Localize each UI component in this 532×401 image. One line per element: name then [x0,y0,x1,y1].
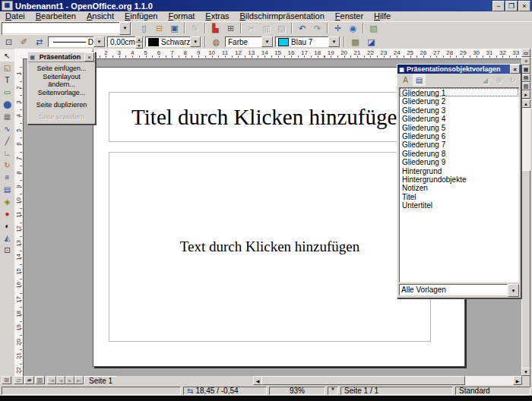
shadow-icon[interactable]: ▩ [348,36,363,49]
connector-tool-icon[interactable]: ∟ [0,147,14,159]
paste-icon[interactable]: ▨ [274,22,289,35]
style-item-gliederung-7[interactable]: Gliederung 7 [400,140,518,148]
menu-datei[interactable]: Datei [0,11,30,21]
url-combobox[interactable]: ▼ [2,22,131,35]
fill-bucket-icon[interactable]: ◍ [209,36,223,49]
menu-fenster[interactable]: Fenster [330,11,369,21]
select-tool-icon[interactable]: ↖ [0,49,14,62]
prev-page-icon[interactable]: ◀ [56,376,65,384]
copy-icon[interactable]: ▥ [259,22,274,35]
new-document-icon[interactable]: ▯ [137,22,151,35]
drawing-view-icon[interactable]: ▭ [521,49,530,57]
redo-icon[interactable]: ↷ [310,22,325,35]
last-page-icon[interactable]: ▶| [74,376,84,384]
style-item-hintergrund[interactable]: Hintergrund [400,166,518,175]
scroll-right-icon[interactable]: ▶ [513,376,522,385]
menu-format[interactable]: Format [163,11,200,21]
style-list[interactable]: Gliederung 1Gliederung 2Gliederung 3Glie… [399,87,519,283]
fill-type-dropdown-icon[interactable]: ▼ [261,36,273,47]
lines-arrows-tool-icon[interactable]: ╱ [0,134,14,147]
curve-tool-icon[interactable]: ∿ [0,122,14,134]
pen-icon[interactable]: ✐ [17,36,31,49]
edit-points-icon[interactable]: ⊡ [2,36,16,49]
slide-view-icon[interactable]: ▦ [521,65,530,74]
style-filter-dropdown-icon[interactable]: ▼ [508,284,519,297]
style-item-gliederung-8[interactable]: Gliederung 8 [400,149,518,157]
fill-type-select[interactable]: Farbe ▼ [225,36,274,47]
ellipse-tool-icon[interactable]: ⬤ [0,98,14,110]
status-position-field[interactable]: ⇆ 18,45 / -0,54 [183,387,267,395]
seitenlayout-ändern-button[interactable]: Seitenlayout ändern... [28,74,95,87]
horizontal-scrollbar-thumb[interactable] [261,376,465,385]
seite-duplizieren-button[interactable]: Seite duplizieren [28,99,95,111]
first-page-icon[interactable]: |◀ [47,376,56,384]
page-mode-icon[interactable]: ▱ [14,376,24,384]
style-item-untertitel[interactable]: Untertitel [400,200,518,209]
open-icon[interactable]: ⊟ [152,22,166,35]
rotate-object-icon[interactable]: ◪ [364,36,378,49]
line-width-field[interactable]: 0,00cm ▲▼ [107,36,144,47]
menu-einfügen[interactable]: Einfügen [119,11,163,21]
zoom-tool-icon[interactable]: ◱ [0,62,14,74]
url-input[interactable] [2,24,119,33]
rotate-tool-icon[interactable]: ↻ [0,159,14,171]
outline-view-icon[interactable]: ≡ [521,57,530,65]
hyperlink-icon[interactable]: ◉ [346,22,360,35]
export-pdf-icon[interactable]: ▙ [208,22,223,35]
close-icon[interactable]: × [518,1,530,11]
menu-extras[interactable]: Extras [200,11,234,21]
line-style-select[interactable]: D ▼ [48,36,106,47]
title-bar[interactable]: ▦ Unbenannt1 - OpenOffice.org 1.1.0 − ❐ … [0,0,532,11]
line-color-dropdown-icon[interactable]: ▼ [190,36,201,47]
line-style-dropdown-icon[interactable]: ▼ [93,36,105,47]
next-page-icon[interactable]: ▶ [65,376,74,384]
title-placeholder[interactable]: Titel durch Klicken hinzufügen [109,92,431,142]
fill-color-select[interactable]: Blau 7 ▼ [275,36,340,47]
status-zoom-field[interactable]: 93% [269,387,325,395]
rectangle-tool-icon[interactable]: ▭ [0,86,14,98]
status-page-field[interactable]: Seite 1 / 1 [340,387,453,395]
start-slideshow-icon[interactable]: ▸ [521,90,530,99]
line-ends-icon[interactable]: ⇄ [32,36,46,49]
undo-icon[interactable]: ↶ [295,22,309,35]
new-style-from-selection-icon[interactable]: ⊕ [492,74,505,86]
fill-format-mode-icon[interactable]: ◢ [479,74,492,86]
status-template-field[interactable]: Standard [455,387,530,395]
slideshow-tool-icon[interactable]: ⊡ [0,244,14,256]
save-icon[interactable]: ▣ [167,22,182,35]
alignment-tool-icon[interactable]: ≡ [0,171,14,183]
layer-mode-icon[interactable]: ▥ [35,376,45,384]
style-item-gliederung-4[interactable]: Gliederung 4 [400,114,518,122]
menu-hilfe[interactable]: Hilfe [369,11,396,21]
notes-view-icon[interactable]: ▤ [521,74,530,82]
presentation-styles-icon[interactable]: ▤ [413,74,426,86]
menu-bearbeiten[interactable]: Bearbeiten [30,11,81,21]
seitenvorlage-button[interactable]: Seitenvorlage... [28,87,95,99]
3d-objects-tool-icon[interactable]: ▦ [0,110,14,122]
style-item-gliederung-2[interactable]: Gliederung 2 [400,96,518,105]
handout-view-icon[interactable]: ▧ [521,82,530,90]
animation-effects-tool-icon[interactable]: ◐ [0,219,14,232]
edit-file-icon[interactable]: ✎ [188,22,202,35]
style-item-gliederung-5[interactable]: Gliederung 5 [400,123,518,131]
line-color-select[interactable]: Schwarz ▼ [145,36,201,47]
style-filter-select[interactable]: Alle Vorlagen ▼ [399,284,519,295]
restore-icon[interactable]: ❐ [505,1,518,11]
effects-tool-icon[interactable]: ◈ [0,195,14,207]
master-mode-icon[interactable]: ▰ [24,376,34,384]
style-item-gliederung-9[interactable]: Gliederung 9 [400,157,518,166]
stylist-titlebar[interactable]: ▣ Präsentationsobjektvorlagen × [397,65,521,74]
close-icon[interactable]: × [84,52,94,62]
corner-button[interactable]: ⊞ [2,376,11,384]
url-dropdown-icon[interactable]: ▼ [119,22,131,35]
print-icon[interactable]: ⊞ [223,22,238,35]
style-item-gliederung-6[interactable]: Gliederung 6 [400,131,518,140]
scroll-up-icon[interactable]: ▲ [521,99,530,108]
style-item-notizen[interactable]: Notizen [400,183,518,191]
style-item-gliederung-3[interactable]: Gliederung 3 [400,106,518,114]
arrange-tool-icon[interactable]: ▤ [0,183,14,195]
scroll-down-icon[interactable]: ▼ [521,368,530,376]
text-tool-icon[interactable]: T [0,74,14,86]
close-icon[interactable]: × [510,65,520,74]
style-item-hintergrundobjekte[interactable]: Hintergrundobjekte [400,175,518,183]
